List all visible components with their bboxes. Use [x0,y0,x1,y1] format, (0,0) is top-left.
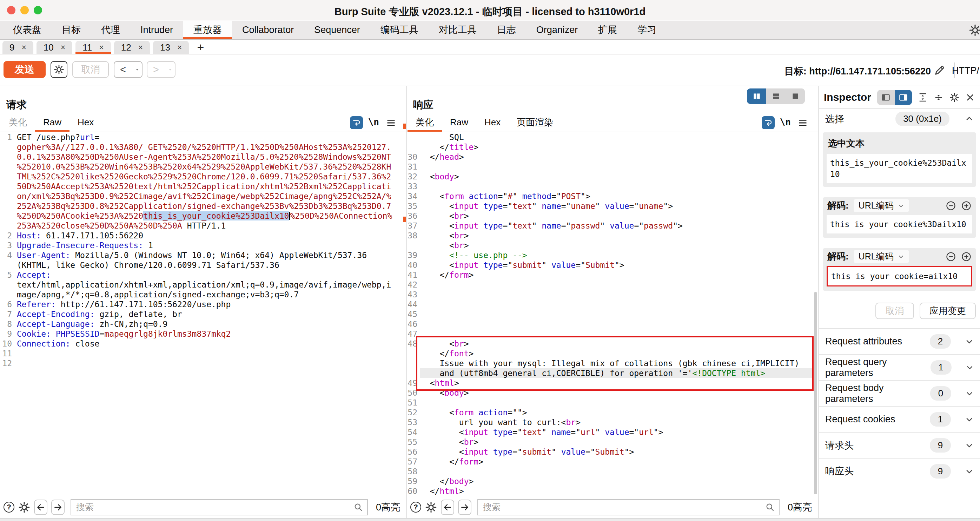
response-tab-页面渲染[interactable]: 页面渲染 [509,113,561,132]
chevron-down-icon[interactable] [965,467,974,476]
send-settings-button[interactable] [51,61,67,78]
close-tab-icon[interactable]: × [138,43,143,52]
code-text: </form> [420,270,813,280]
menu-item-Sequencer[interactable]: Sequencer [304,21,370,39]
add-decode-step-icon[interactable] [961,252,972,262]
search-field[interactable] [477,499,780,515]
menu-item-Organizer[interactable]: Organizer [526,21,588,39]
repeater-tab-13[interactable]: 13× [153,41,189,54]
search-next-button[interactable] [51,500,65,515]
history-back-button[interactable]: < [114,61,143,78]
search-input[interactable] [482,502,765,513]
cancel-changes-button[interactable]: 取消 [875,303,914,319]
repeater-tab-11[interactable]: 11× [75,41,111,54]
layout-single-button[interactable] [786,88,805,104]
inspector-section-6[interactable]: 响应头9 [819,458,980,484]
search-input[interactable] [75,502,353,513]
chevron-down-icon[interactable] [965,389,974,398]
decode-method-dropdown[interactable]: URL编码 [854,250,909,263]
inspector-section-2[interactable]: Request query parameters1 [819,354,980,380]
help-icon[interactable]: ? [410,502,421,513]
cancel-button[interactable]: 取消 [72,61,109,78]
request-tab-Hex[interactable]: Hex [70,113,102,132]
request-tab-美化[interactable]: 美化 [1,113,35,132]
request-tab-Raw[interactable]: Raw [35,113,70,132]
menu-item-代理[interactable]: 代理 [91,21,130,39]
apply-changes-button[interactable]: 应用变更 [920,303,976,319]
response-editor[interactable]: SQL </title>30 </head>3132 <body>3334 <f… [407,132,818,496]
decoded-value-highlighted[interactable]: this_is_your_cookie=ailx10 [827,266,972,287]
search-next-button[interactable] [458,500,471,515]
close-tab-icon[interactable]: × [177,43,182,52]
show-newlines-toggle[interactable]: \n [368,117,379,127]
back-dropdown-caret-icon[interactable] [132,67,142,72]
chevron-up-icon[interactable] [965,115,974,123]
repeater-tab-10[interactable]: 10× [37,41,72,54]
remove-decode-step-icon[interactable] [946,201,956,211]
editor-menu-icon[interactable] [798,118,808,128]
response-tab-Hex[interactable]: Hex [476,113,509,132]
search-field[interactable] [70,499,368,515]
show-newlines-toggle[interactable]: \n [780,117,791,127]
repeater-tab-12[interactable]: 12× [114,41,150,54]
dock-left-button[interactable] [877,90,895,105]
chevron-down-icon[interactable] [965,337,974,346]
word-wrap-toggle-button[interactable] [350,116,363,129]
edit-target-pencil-icon[interactable] [934,64,946,76]
add-decode-step-icon[interactable] [961,201,972,211]
response-tab-Raw[interactable]: Raw [442,113,476,132]
close-tab-icon[interactable]: × [61,43,65,52]
settings-gear-icon[interactable] [969,24,980,37]
repeater-tab-9[interactable]: 9× [2,41,33,54]
request-editor[interactable]: 1GET /use.php?url=gopher%3A//127.0.0.1%3… [0,132,406,496]
layout-rows-button[interactable] [766,88,786,104]
selection-section-header[interactable]: 选择 30 (0x1e) [819,109,980,129]
inspector-section-1[interactable]: Request attributes2 [819,328,980,354]
inspector-section-5[interactable]: 请求头9 [819,432,980,458]
menu-item-扩展[interactable]: 扩展 [588,21,627,39]
inspector-section-3[interactable]: Request body parameters0 [819,380,980,406]
forward-dropdown-caret-icon[interactable] [165,67,175,72]
dock-right-button[interactable] [895,90,912,105]
word-wrap-toggle-button[interactable] [762,116,775,129]
chevron-down-icon[interactable] [966,363,974,372]
chevron-down-icon[interactable] [965,415,974,424]
code-segment: < [420,172,435,181]
expand-all-icon[interactable] [918,92,928,103]
editor-menu-icon[interactable] [386,118,396,128]
history-forward-button[interactable]: > [147,61,175,78]
add-tab-button[interactable]: + [197,41,204,53]
chevron-down-icon[interactable] [965,441,974,450]
selected-text-value[interactable]: this_is_your_cookie%253Dailx10 [827,154,972,183]
inspector-section-4[interactable]: Request cookies1 [819,406,980,432]
help-icon[interactable]: ? [3,502,14,513]
close-inspector-icon[interactable] [965,92,975,103]
decode-method-dropdown[interactable]: URL编码 [854,199,909,212]
close-tab-icon[interactable]: × [99,43,103,52]
response-scrollbar-thumb[interactable] [814,292,817,494]
collapse-all-icon[interactable] [934,92,943,103]
menu-item-Collaborator[interactable]: Collaborator [232,21,304,39]
code-text: and (utf8mb4_general_ci,COERCIBLE) for o… [420,368,813,378]
menu-item-学习[interactable]: 学习 [627,21,667,39]
menu-item-编码工具[interactable]: 编码工具 [370,21,429,39]
menu-item-目标[interactable]: 目标 [52,21,91,39]
http-protocol-label[interactable]: HTTP/ [952,65,979,76]
decoded-value[interactable]: this_is_your_cookie%3Dailx10 [827,215,972,233]
search-settings-gear-icon[interactable] [425,501,437,513]
search-settings-gear-icon[interactable] [18,501,30,513]
search-prev-button[interactable] [441,500,454,515]
send-button[interactable]: 发送 [3,61,46,78]
search-prev-button[interactable] [34,500,48,515]
menu-item-仪表盘[interactable]: 仪表盘 [3,21,52,39]
inspector-title: Inspector [824,91,871,103]
inspector-settings-gear-icon[interactable] [950,92,959,103]
menu-item-日志[interactable]: 日志 [487,21,526,39]
menu-item-对比工具[interactable]: 对比工具 [429,21,487,39]
response-tab-美化[interactable]: 美化 [407,113,442,132]
menu-item-重放器[interactable]: 重放器 [183,21,232,39]
menu-item-Intruder[interactable]: Intruder [130,21,183,39]
close-tab-icon[interactable]: × [21,43,26,52]
remove-decode-step-icon[interactable] [946,252,956,262]
layout-columns-button[interactable] [747,88,766,104]
